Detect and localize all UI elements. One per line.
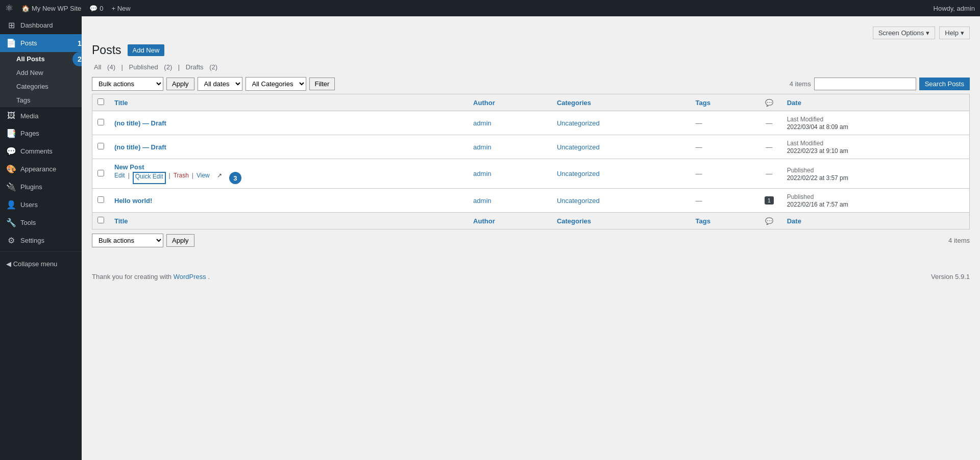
sidebar-item-tools[interactable]: 🔧 Tools (0, 214, 82, 232)
sidebar-item-settings[interactable]: ⚙ Settings (0, 232, 82, 249)
tags-footer-header[interactable]: Tags (690, 213, 756, 229)
select-all-footer-checkbox[interactable] (97, 217, 104, 223)
post-author-link[interactable]: admin (473, 170, 491, 177)
post-category-link[interactable]: Uncategorized (557, 197, 600, 205)
screen-options-chevron-icon: ▾ (926, 29, 929, 37)
row-comments-cell: — (756, 135, 782, 159)
edit-link[interactable]: Edit (114, 172, 125, 184)
home-icon: 🏠 (21, 5, 30, 12)
post-author-link[interactable]: admin (473, 143, 491, 151)
author-footer-label: Author (473, 217, 495, 225)
select-all-checkbox[interactable] (97, 98, 104, 105)
footer-text: Thank you for creating with WordPress . (92, 273, 210, 280)
search-posts-button[interactable]: Search Posts (919, 78, 970, 90)
post-title-link[interactable]: New Post (114, 163, 144, 171)
row-checkbox[interactable] (97, 170, 104, 176)
date-label: Published (787, 167, 814, 174)
view-link[interactable]: View (197, 172, 210, 184)
comments-link[interactable]: 💬 0 (85, 5, 107, 12)
apply-button-bottom[interactable]: Apply (166, 234, 194, 247)
comments-column-header: 💬 (756, 94, 782, 111)
row-checkbox[interactable] (97, 143, 104, 149)
comments-icon: 💬 (6, 146, 16, 156)
sidebar-item-appearance[interactable]: 🎨 Appearance (0, 160, 82, 178)
sidebar-item-all-posts[interactable]: All Posts 2 (0, 52, 82, 66)
filter-all-link[interactable]: All (4) (92, 63, 119, 71)
post-author-link[interactable]: admin (473, 119, 491, 127)
row-date-cell: Last Modified 2022/02/23 at 9:10 am (782, 135, 970, 159)
wordpress-link[interactable]: WordPress (174, 273, 206, 280)
wp-logo-icon[interactable]: ⚛ (5, 3, 13, 14)
date-value: 2022/03/04 at 8:09 am (787, 123, 848, 131)
page-title: Posts (92, 43, 121, 57)
title-column-header[interactable]: Title (109, 94, 468, 111)
categories-column-header[interactable]: Categories (552, 94, 691, 111)
post-title-link[interactable]: Hello world! (114, 197, 152, 205)
table-row: (no title) — Draft admin Uncategorized —… (92, 111, 970, 135)
comments-dash: — (766, 119, 772, 127)
row-checkbox[interactable] (97, 196, 104, 203)
help-button[interactable]: Help ▾ (939, 27, 970, 39)
dates-filter-select[interactable]: All dates (198, 77, 242, 91)
tags-column-header[interactable]: Tags (690, 94, 756, 111)
row-comments-cell: — (756, 159, 782, 189)
row-tags-cell: — (690, 135, 756, 159)
apply-button-top[interactable]: Apply (166, 78, 194, 90)
author-footer-header[interactable]: Author (468, 213, 552, 229)
post-author-link[interactable]: admin (473, 197, 491, 205)
cursor-symbol: ↗ (217, 172, 222, 184)
sidebar-item-posts[interactable]: 📄 Posts 1 (0, 34, 82, 52)
tags-label: Tags (16, 96, 30, 104)
site-name-link[interactable]: 🏠 My New WP Site (17, 5, 85, 12)
callout-2: 2 (72, 52, 82, 66)
trash-link[interactable]: Trash (174, 172, 189, 184)
filter-button[interactable]: Filter (309, 78, 335, 90)
add-new-button[interactable]: Add New (128, 44, 165, 56)
sidebar-item-label: Comments (20, 147, 53, 155)
comment-count-badge[interactable]: 1 (765, 196, 774, 205)
sidebar-item-categories[interactable]: Categories (0, 80, 82, 93)
sidebar-item-dashboard[interactable]: ⊞ Dashboard (0, 16, 82, 34)
table-footer-row: Title Author Categories Tags 💬 (92, 213, 970, 229)
comments-footer-icon: 💬 (765, 217, 773, 225)
search-input[interactable] (814, 78, 916, 90)
all-posts-label: All Posts (16, 55, 45, 63)
callout-1: 1 (72, 36, 82, 50)
post-category-link[interactable]: Uncategorized (557, 170, 600, 177)
pages-icon: 📑 (6, 129, 16, 138)
row-author-cell: admin (468, 159, 552, 189)
title-footer-header[interactable]: Title (109, 213, 468, 229)
new-content-link[interactable]: + New (108, 5, 135, 12)
categories-label: Categories (16, 83, 48, 90)
date-footer-header[interactable]: Date (782, 213, 970, 229)
sidebar-item-users[interactable]: 👤 Users (0, 196, 82, 214)
sidebar-item-tags[interactable]: Tags (0, 93, 82, 107)
quick-edit-link[interactable]: Quick Edit (133, 172, 166, 184)
row-category-cell: Uncategorized (552, 159, 691, 189)
sidebar-item-pages[interactable]: 📑 Pages (0, 124, 82, 142)
screen-options-button[interactable]: Screen Options ▾ (873, 27, 936, 39)
categories-footer-header[interactable]: Categories (552, 213, 691, 229)
filter-drafts-link[interactable]: Drafts (2) (184, 63, 219, 71)
collapse-menu-button[interactable]: ◀ Collapse menu (0, 254, 82, 274)
filter-published-link[interactable]: Published (2) (127, 63, 176, 71)
filter-separator-1: | (121, 63, 125, 71)
date-column-header[interactable]: Date (782, 94, 970, 111)
bulk-actions-select-bottom[interactable]: Bulk actions (92, 234, 163, 247)
post-category-link[interactable]: Uncategorized (557, 143, 600, 151)
sidebar-item-add-new[interactable]: Add New (0, 66, 82, 80)
bulk-actions-select-top[interactable]: Bulk actions (92, 77, 163, 91)
items-count-bottom: 4 items (948, 237, 970, 244)
select-all-header (92, 94, 110, 111)
post-title-link[interactable]: (no title) — Draft (114, 143, 166, 151)
row-checkbox[interactable] (97, 119, 104, 125)
post-category-link[interactable]: Uncategorized (557, 119, 600, 127)
post-title-link[interactable]: (no title) — Draft (114, 119, 166, 127)
sidebar-item-plugins[interactable]: 🔌 Plugins (0, 178, 82, 196)
sidebar-item-media[interactable]: 🖼 Media (0, 107, 82, 124)
callout-3: 3 (229, 172, 241, 184)
author-column-header[interactable]: Author (468, 94, 552, 111)
sidebar-item-label: Tools (20, 219, 36, 226)
sidebar-item-comments[interactable]: 💬 Comments (0, 142, 82, 160)
categories-filter-select[interactable]: All Categories (246, 77, 306, 91)
